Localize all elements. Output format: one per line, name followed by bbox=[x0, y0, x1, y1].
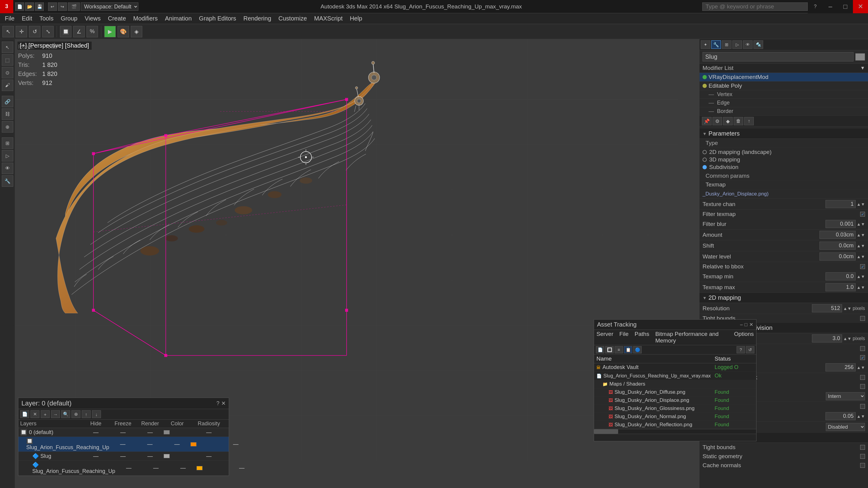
layer-find-btn[interactable]: 🔍 bbox=[61, 410, 70, 418]
water-level-input[interactable] bbox=[819, 253, 856, 261]
percent-snap-btn[interactable]: % bbox=[87, 26, 98, 37]
new-btn[interactable]: 📄 bbox=[15, 2, 24, 11]
snap-btn[interactable]: 🔲 bbox=[60, 26, 71, 37]
select-object-btn[interactable]: ↖ bbox=[2, 41, 13, 53]
vector-disp-select[interactable]: Disabled bbox=[826, 423, 865, 431]
menu-views[interactable]: Views bbox=[82, 14, 104, 23]
asset-menu-paths[interactable]: Paths bbox=[635, 331, 650, 344]
static-geometry-checkbox[interactable] bbox=[860, 454, 865, 459]
lasso-btn[interactable]: ⊙ bbox=[2, 67, 13, 78]
layer-move-to-btn[interactable]: → bbox=[51, 410, 60, 418]
texmap-max-arrows[interactable]: ▲▼ bbox=[857, 285, 865, 290]
menu-graph-editors[interactable]: Graph Editors bbox=[196, 14, 239, 23]
menu-animation[interactable]: Animation bbox=[162, 14, 195, 23]
open-btn[interactable]: 📂 bbox=[25, 2, 34, 11]
layer-color-0[interactable] bbox=[164, 430, 170, 434]
asset-tool-1[interactable]: 📄 bbox=[596, 346, 604, 353]
rotate-btn[interactable]: ↺ bbox=[29, 26, 40, 37]
type-3d-radio[interactable]: 3D mapping bbox=[703, 156, 865, 163]
scale-btn[interactable]: ⤡ bbox=[42, 26, 54, 37]
use-object-mtl-checkbox[interactable] bbox=[860, 355, 865, 360]
asset-tool-3[interactable]: ≡ bbox=[615, 346, 623, 353]
layer-color-slug2[interactable] bbox=[164, 454, 170, 458]
link-btn[interactable]: 🔗 bbox=[2, 96, 13, 107]
paint-sel-btn[interactable]: 🖌 bbox=[2, 79, 13, 91]
motion-btn[interactable]: ▷ bbox=[2, 150, 13, 161]
configure-modifier-btn[interactable]: ⚙ bbox=[712, 117, 722, 125]
material-editor-btn[interactable]: ◈ bbox=[131, 26, 142, 37]
utilities-btn[interactable]: 🔧 bbox=[2, 175, 13, 187]
asset-scrollbar[interactable] bbox=[594, 429, 756, 434]
params-section-header[interactable]: Parameters bbox=[700, 129, 868, 139]
asset-row-displace[interactable]: 🖼 Slug_Dusky_Arion_Displace.png Found bbox=[594, 396, 756, 404]
minimize-btn[interactable]: – bbox=[823, 0, 838, 13]
object-color-swatch[interactable] bbox=[855, 53, 865, 61]
menu-customize[interactable]: Customize bbox=[276, 14, 310, 23]
amount-input[interactable] bbox=[819, 231, 856, 239]
asset-row-vault[interactable]: 🏛 Autodesk Vault Logged O bbox=[594, 363, 756, 372]
render-setup-btn[interactable]: 🎬 bbox=[68, 2, 80, 11]
asset-tool-help[interactable]: ? bbox=[737, 346, 745, 353]
max-subdivs-arrows[interactable]: ▲▼ bbox=[857, 365, 865, 370]
hierarchy-panel-btn[interactable]: ⊞ bbox=[722, 40, 732, 49]
workspace-dropdown[interactable]: Workspace: Default bbox=[81, 2, 138, 11]
relative-to-bbox-checkbox[interactable] bbox=[860, 264, 865, 269]
asset-row-main-file[interactable]: 📄 Slug_Arion_Fuscus_Reaching_Up_max_vray… bbox=[594, 372, 756, 380]
classic-catmull-checkbox[interactable] bbox=[860, 375, 865, 380]
search-input[interactable] bbox=[702, 2, 808, 11]
water-level-arrows[interactable]: ▲▼ bbox=[857, 254, 865, 259]
asset-menu-options[interactable]: Options bbox=[734, 331, 754, 344]
pin-modifier-btn[interactable]: 📌 bbox=[702, 117, 712, 125]
shift-arrows[interactable]: ▲▼ bbox=[857, 243, 865, 248]
preserve-map-binding-select[interactable]: Intern bbox=[826, 392, 865, 400]
layer-panel-close-btn[interactable]: ✕ bbox=[221, 400, 226, 407]
menu-create[interactable]: Create bbox=[105, 14, 129, 23]
layer-row-slug-reaching[interactable]: 🔲 Slug_Arion_Fuscus_Reaching_Up — — — — bbox=[19, 437, 229, 452]
menu-modifiers[interactable]: Modifiers bbox=[130, 14, 161, 23]
filter-texmap-checkbox[interactable] bbox=[860, 212, 865, 217]
shift-input[interactable] bbox=[819, 241, 856, 250]
asset-tool-2[interactable]: 🔳 bbox=[605, 346, 614, 353]
asset-menu-bitmap[interactable]: Bitmap Performance and Memory bbox=[655, 331, 728, 344]
maximize-btn[interactable]: □ bbox=[838, 0, 853, 13]
layer-move-up-btn[interactable]: ↑ bbox=[82, 410, 91, 418]
layer-color-slug[interactable] bbox=[190, 442, 196, 447]
motion-panel-btn[interactable]: ▷ bbox=[733, 40, 742, 49]
asset-tool-refresh[interactable]: ↺ bbox=[746, 346, 754, 353]
edge-thresh-input[interactable] bbox=[826, 412, 856, 420]
utility-panel-btn[interactable]: 🔩 bbox=[753, 40, 763, 49]
filter-blur-arrows[interactable]: ▲▼ bbox=[857, 222, 865, 227]
unlink-btn[interactable]: ⛓ bbox=[2, 108, 13, 120]
2d-mapping-header[interactable]: 2D mapping bbox=[700, 293, 868, 303]
menu-edit[interactable]: Edit bbox=[19, 14, 35, 23]
layer-panel-question-btn[interactable]: ? bbox=[216, 400, 219, 407]
select-region-btn[interactable]: ⬚ bbox=[2, 54, 13, 66]
object-name-input[interactable] bbox=[703, 52, 854, 61]
edge-length-input[interactable] bbox=[812, 334, 842, 343]
menu-maxscript[interactable]: MAXScript bbox=[311, 14, 345, 23]
asset-row-normal[interactable]: 🖼 Slug_Dusky_Arion_Normal.png Found bbox=[594, 413, 756, 421]
select-btn[interactable]: ↖ bbox=[2, 26, 14, 37]
modifier-editablepoly[interactable]: Editable Poly bbox=[700, 82, 868, 90]
menu-help[interactable]: Help bbox=[347, 14, 365, 23]
type-subdivision-radio[interactable]: Subdivision bbox=[703, 164, 865, 170]
resolution-input[interactable] bbox=[812, 304, 842, 313]
amount-arrows[interactable]: ▲▼ bbox=[857, 233, 865, 237]
close-btn[interactable]: ✕ bbox=[853, 0, 868, 13]
asset-close-btn[interactable]: ✕ bbox=[749, 322, 753, 327]
menu-tools[interactable]: Tools bbox=[36, 14, 57, 23]
tight-bounds-3d-checkbox[interactable] bbox=[860, 445, 865, 450]
modifier-edge[interactable]: — Edge bbox=[700, 99, 868, 107]
layer-select-btn[interactable]: ⊕ bbox=[71, 410, 81, 418]
layer-row-slug-reaching2[interactable]: 🔷 Slug_Arion_Fuscus_Reaching_Up — — — — bbox=[19, 461, 229, 476]
layer-color-slug3[interactable] bbox=[196, 466, 203, 470]
asset-row-diffuse[interactable]: 🖼 Slug_Dusky_Arion_Diffuse.png Found bbox=[594, 388, 756, 396]
texmap-min-input[interactable] bbox=[826, 272, 856, 281]
display-panel-btn[interactable]: 👁 bbox=[743, 40, 752, 49]
modifier-vraydisplace[interactable]: VRayDisplacementMod bbox=[700, 73, 868, 82]
resolution-arrows[interactable]: ▲▼ bbox=[843, 306, 851, 311]
max-subdivs-input[interactable] bbox=[826, 363, 856, 371]
menu-group[interactable]: Group bbox=[58, 14, 81, 23]
view-dependent-checkbox[interactable] bbox=[860, 346, 865, 351]
cache-normals-checkbox[interactable] bbox=[860, 463, 865, 468]
